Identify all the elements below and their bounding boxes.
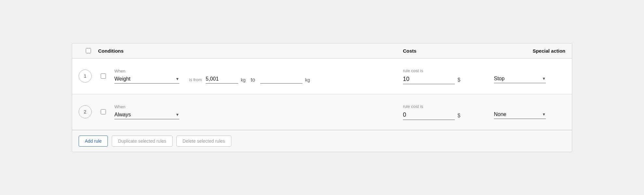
table-footer: Add rule Duplicate selected rules Delete…: [72, 130, 572, 152]
header-checkbox-col: [79, 48, 98, 53]
rules-table: Conditions Costs Special action 1 When W…: [72, 43, 572, 152]
header-checkbox[interactable]: [86, 48, 91, 53]
special-action-header: Special action: [494, 48, 565, 54]
condition-dropdown-arrow-2: ▼: [175, 112, 179, 117]
row-1-conditions: When Weight ▼ is from kg to kg: [114, 69, 403, 84]
row-2-checkbox-col: [97, 109, 109, 114]
cost-input-1[interactable]: [403, 76, 455, 84]
rule-cost-label-2: rule cost is: [403, 104, 494, 109]
cost-input-2[interactable]: [403, 111, 455, 120]
when-label-1: When: [114, 69, 403, 73]
duplicate-rules-button[interactable]: Duplicate selected rules: [112, 136, 173, 147]
currency-2: $: [457, 113, 460, 119]
special-action-value-2: None: [494, 111, 540, 117]
table-header: Conditions Costs Special action: [72, 44, 572, 58]
rule-cost-label-1: rule cost is: [403, 68, 494, 73]
row-2-checkbox[interactable]: [101, 109, 106, 114]
row-2-costs: rule cost is $: [403, 104, 494, 120]
row-1-checkbox[interactable]: [101, 73, 106, 79]
cost-field-row-1: $: [403, 76, 494, 84]
condition-dropdown-2[interactable]: Always ▼: [114, 112, 179, 119]
currency-1: $: [457, 77, 460, 83]
costs-header: Costs: [403, 48, 494, 54]
from-input-1[interactable]: [206, 76, 238, 84]
to-unit-1: kg: [305, 77, 310, 83]
conditions-header: Conditions: [98, 48, 403, 54]
delete-rules-button[interactable]: Delete selected rules: [176, 136, 231, 147]
condition-field-row-1: Weight ▼ is from kg to kg: [114, 76, 403, 84]
add-rule-button[interactable]: Add rule: [79, 136, 108, 147]
row-number-1: 1: [79, 70, 92, 83]
special-action-dropdown-1[interactable]: Stop ▼: [494, 76, 546, 83]
condition-dropdown-1[interactable]: Weight ▼: [114, 76, 179, 84]
row-1-special-action: Stop ▼: [494, 69, 565, 83]
row-1-checkbox-col: [97, 73, 109, 79]
from-to-section-1: is from kg to kg: [189, 76, 310, 84]
when-label-2: When: [114, 104, 403, 109]
from-unit-1: kg: [241, 77, 246, 83]
table-row: 1 When Weight ▼ is from kg to kg: [72, 58, 572, 94]
condition-value-1: Weight: [114, 76, 174, 82]
condition-dropdown-arrow-1: ▼: [175, 77, 179, 81]
special-action-value-1: Stop: [494, 76, 540, 82]
to-input-1[interactable]: [260, 76, 303, 84]
row-number-2: 2: [79, 105, 92, 118]
table-row: 2 When Always ▼ rule cost is $ None: [72, 94, 572, 130]
special-action-arrow-2: ▼: [542, 112, 546, 117]
is-from-label-1: is from: [189, 77, 202, 82]
row-2-special-action: None ▼: [494, 105, 565, 119]
special-action-arrow-1: ▼: [542, 76, 546, 81]
cost-field-row-2: $: [403, 111, 494, 120]
to-label-1: to: [251, 77, 255, 83]
special-action-dropdown-2[interactable]: None ▼: [494, 111, 546, 119]
row-2-conditions: When Always ▼: [114, 104, 403, 119]
row-1-costs: rule cost is $: [403, 68, 494, 84]
condition-field-row-2: Always ▼: [114, 112, 403, 119]
condition-value-2: Always: [114, 112, 174, 118]
